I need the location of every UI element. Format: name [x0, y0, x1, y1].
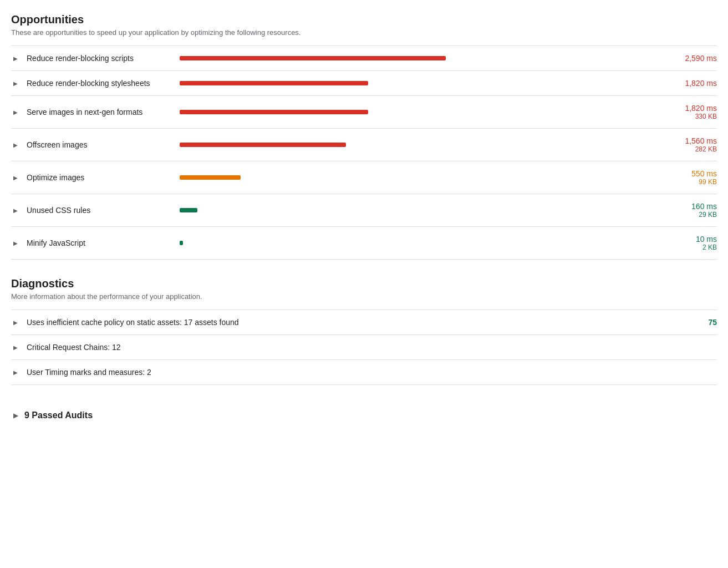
- audit-label: Optimize images: [27, 173, 171, 182]
- audit-label: Reduce render-blocking stylesheets: [27, 79, 171, 88]
- audit-value: 1,820 ms: [673, 79, 717, 88]
- time-value: 1,820 ms: [685, 79, 717, 88]
- chevron-icon: ▶: [11, 344, 20, 351]
- bar-area: [180, 175, 664, 180]
- size-value: 330 KB: [673, 113, 717, 120]
- audit-value: 160 ms 29 KB: [673, 202, 717, 219]
- bar-area: [180, 81, 664, 85]
- size-value: 29 KB: [673, 211, 717, 219]
- diag-label: Critical Request Chains: 12: [27, 343, 121, 352]
- passed-audits-chevron: ▶: [11, 412, 20, 419]
- opportunities-desc: These are opportunities to speed up your…: [11, 28, 717, 37]
- audit-value: 1,820 ms 330 KB: [673, 104, 717, 120]
- bar-area: [180, 110, 664, 114]
- bar: [180, 81, 368, 85]
- diagnostics-title: Diagnostics: [11, 277, 717, 290]
- chevron-icon: ▶: [11, 369, 20, 376]
- chevron-icon: ▶: [11, 109, 20, 115]
- opportunity-row[interactable]: ▶ Serve images in next-gen formats 1,820…: [11, 96, 717, 129]
- opportunity-row[interactable]: ▶ Minify JavaScript 10 ms 2 KB: [11, 227, 717, 260]
- audit-label: Unused CSS rules: [27, 206, 171, 215]
- opportunities-title: Opportunities: [11, 13, 717, 26]
- diag-value: 75: [708, 318, 717, 327]
- diag-label: Uses inefficient cache policy on static …: [27, 318, 239, 327]
- chevron-icon: ▶: [11, 80, 20, 87]
- opportunities-list: ▶ Reduce render-blocking scripts 2,590 m…: [11, 45, 717, 260]
- opportunity-row[interactable]: ▶ Reduce render-blocking scripts 2,590 m…: [11, 46, 717, 71]
- time-value: 160 ms: [691, 202, 717, 211]
- diagnostics-row[interactable]: ▶ Uses inefficient cache policy on stati…: [11, 310, 717, 335]
- audit-value: 10 ms 2 KB: [673, 235, 717, 251]
- audit-label: Minify JavaScript: [27, 239, 171, 247]
- audit-label: Serve images in next-gen formats: [27, 108, 171, 116]
- chevron-icon: ▶: [11, 175, 20, 181]
- opportunity-row[interactable]: ▶ Reduce render-blocking stylesheets 1,8…: [11, 71, 717, 96]
- bar: [180, 208, 197, 212]
- bar: [180, 56, 446, 60]
- opportunity-row[interactable]: ▶ Optimize images 550 ms 99 KB: [11, 161, 717, 194]
- chevron-icon: ▶: [11, 240, 20, 246]
- opportunity-row[interactable]: ▶ Unused CSS rules 160 ms 29 KB: [11, 194, 717, 227]
- chevron-icon: ▶: [11, 320, 20, 326]
- size-value: 99 KB: [673, 178, 717, 186]
- passed-audits-label: 9 Passed Audits: [24, 410, 93, 420]
- bar-area: [180, 208, 664, 212]
- audit-label: Reduce render-blocking scripts: [27, 54, 171, 63]
- passed-audits-row[interactable]: ▶ 9 Passed Audits: [11, 403, 717, 428]
- time-value: 1,560 ms: [685, 136, 717, 145]
- audit-label: Offscreen images: [27, 140, 171, 149]
- diagnostics-row[interactable]: ▶ Critical Request Chains: 12: [11, 335, 717, 360]
- diagnostics-section: Diagnostics More information about the p…: [11, 277, 717, 385]
- opportunities-section: Opportunities These are opportunities to…: [11, 13, 717, 260]
- audit-value: 1,560 ms 282 KB: [673, 136, 717, 153]
- bar: [180, 110, 368, 114]
- size-value: 2 KB: [673, 244, 717, 251]
- diagnostics-desc: More information about the performance o…: [11, 292, 717, 301]
- diagnostics-list: ▶ Uses inefficient cache policy on stati…: [11, 310, 717, 385]
- chevron-icon: ▶: [11, 142, 20, 148]
- time-value: 550 ms: [691, 169, 717, 178]
- audit-value: 550 ms 99 KB: [673, 169, 717, 186]
- audit-value: 2,590 ms: [673, 54, 717, 63]
- chevron-icon: ▶: [11, 207, 20, 214]
- bar-area: [180, 143, 664, 147]
- time-value: 2,590 ms: [685, 54, 717, 63]
- chevron-icon: ▶: [11, 55, 20, 62]
- time-value: 10 ms: [696, 235, 717, 244]
- opportunity-row[interactable]: ▶ Offscreen images 1,560 ms 282 KB: [11, 129, 717, 161]
- bar-area: [180, 241, 664, 245]
- bar: [180, 143, 346, 147]
- diag-label: User Timing marks and measures: 2: [27, 368, 151, 377]
- size-value: 282 KB: [673, 145, 717, 153]
- diagnostics-row[interactable]: ▶ User Timing marks and measures: 2: [11, 360, 717, 385]
- bar: [180, 241, 183, 245]
- bar-area: [180, 56, 664, 60]
- time-value: 1,820 ms: [685, 104, 717, 113]
- bar: [180, 175, 241, 180]
